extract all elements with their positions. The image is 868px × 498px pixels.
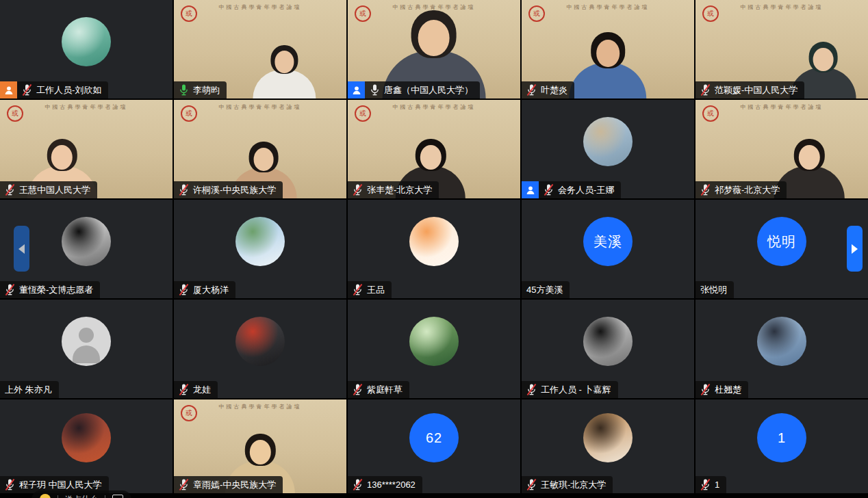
microphone-muted-icon: [5, 183, 15, 196]
participant-tile[interactable]: 会务人员-王娜: [522, 100, 694, 198]
participant-name-label: 紫庭軒草: [348, 381, 409, 398]
participant-tile[interactable]: 美溪45方美溪: [522, 200, 694, 298]
participant-name-text: 王慧中国人民大学: [19, 184, 90, 196]
profile-photo-avatar: [409, 217, 459, 266]
participant-tile[interactable]: 程子玥 中国人民大学: [0, 399, 173, 493]
avatar-initials-text: 1: [778, 430, 786, 446]
name-pill: 唐鑫（中国人民大学）: [365, 81, 480, 99]
participant-tile[interactable]: 悦明张悦明: [695, 200, 868, 298]
previous-page-button[interactable]: [14, 226, 29, 272]
profile-photo-avatar: [235, 317, 285, 366]
participant-name-label: 杜翘楚: [695, 381, 748, 398]
forum-seal-icon: 或: [181, 5, 197, 22]
profile-photo-avatar: [62, 217, 111, 266]
next-page-button[interactable]: [847, 226, 863, 272]
participant-tile[interactable]: 厦大杨洋: [174, 200, 346, 298]
microphone-muted-icon: [353, 383, 363, 396]
forum-seal-icon: 或: [528, 5, 545, 22]
participant-grid: 工作人员-刘欣如中國古典學青年學者論壇或李萌昀中國古典學青年學者論壇或唐鑫（中国…: [0, 0, 868, 493]
chevron-right-icon: [852, 244, 858, 254]
name-pill: 张悦明: [695, 281, 734, 298]
participant-name-text: 程子玥 中国人民大学: [19, 479, 102, 491]
microphone-muted-icon: [22, 83, 32, 96]
participant-tile[interactable]: 上外 朱亦凡: [0, 300, 173, 398]
participant-tile[interactable]: 中國古典學青年學者論壇或王慧中国人民大学: [0, 100, 173, 198]
participant-name-label: 1: [695, 476, 726, 493]
participant-name-text: 董恆榮-文博志愿者: [19, 284, 93, 296]
participant-tile[interactable]: 中國古典學青年學者論壇或张丰楚-北京大学: [348, 100, 520, 198]
gift-bar-label[interactable]: 送点什么: [65, 494, 98, 498]
participant-tile[interactable]: 中國古典學青年學者論壇或唐鑫（中国人民大学）: [348, 0, 520, 99]
participant-name-label: 龙娃: [174, 381, 218, 398]
microphone-muted-icon: [5, 283, 15, 296]
name-pill: 紫庭軒草: [348, 381, 409, 398]
participant-name-text: 工作人员-刘欣如: [36, 84, 101, 96]
profile-photo-avatar: [62, 17, 111, 66]
participant-name-text: 工作人员 - 卜嘉辉: [541, 384, 611, 396]
participant-name-label: 上外 朱亦凡: [0, 381, 59, 398]
avatar-initials-text: 美溪: [593, 233, 622, 251]
participant-name-text: 1: [715, 480, 719, 490]
name-pill: 叶楚炎: [522, 81, 574, 99]
participant-name-text: 唐鑫（中国人民大学）: [384, 84, 473, 96]
participant-name-text: 45方美溪: [526, 284, 563, 296]
microphone-muted-icon: [700, 383, 711, 396]
participant-tile[interactable]: 工作人员-刘欣如: [0, 0, 173, 99]
name-pill: 工作人员 - 卜嘉辉: [522, 381, 618, 398]
name-pill: 王敏琪-北京大学: [522, 476, 613, 493]
forum-seal-icon: 或: [355, 5, 371, 22]
microphone-muted-icon: [179, 383, 189, 396]
participant-name-text: 136****2062: [367, 480, 416, 490]
backdrop-banner-text: 中國古典學青年學者論壇: [219, 403, 302, 410]
forum-seal-icon: 或: [181, 105, 197, 122]
participant-name-text: 叶楚炎: [541, 84, 567, 96]
participant-name-label: 王慧中国人民大学: [0, 181, 97, 198]
microphone-muted-icon: [526, 383, 537, 396]
gift-reaction-bar[interactable]: 送点什么: [31, 490, 131, 498]
initials-avatar: 悦明: [757, 217, 806, 266]
participant-name-label: 叶楚炎: [522, 81, 574, 99]
participant-name-text: 上外 朱亦凡: [5, 384, 52, 396]
participant-tile[interactable]: 中國古典學青年學者論壇或范颖媛-中国人民大学: [695, 0, 868, 99]
participant-name-text: 杜翘楚: [715, 384, 741, 396]
avatar-initials-text: 悦明: [767, 233, 796, 251]
microphone-active-icon: [179, 83, 189, 96]
participant-tile[interactable]: 紫庭軒草: [348, 300, 520, 398]
microphone-muted-icon: [526, 83, 537, 96]
gift-icon[interactable]: [112, 495, 123, 498]
name-pill: 祁梦薇-北京大学: [695, 181, 787, 198]
participant-tile[interactable]: 王敏琪-北京大学: [522, 399, 694, 493]
participant-name-text: 紫庭軒草: [367, 384, 403, 396]
name-pill: 工作人员-刘欣如: [17, 81, 108, 99]
participant-tile[interactable]: 杜翘楚: [695, 300, 868, 398]
participant-tile[interactable]: 工作人员 - 卜嘉辉: [522, 300, 694, 398]
microphone-icon: [370, 83, 380, 96]
participant-name-label: 厦大杨洋: [174, 281, 235, 298]
participant-tile[interactable]: 王品: [348, 200, 520, 298]
participant-tile[interactable]: 62136****2062: [348, 399, 520, 493]
participant-name-text: 李萌昀: [193, 84, 220, 96]
participant-tile[interactable]: 中國古典學青年學者論壇或祁梦薇-北京大学: [695, 100, 868, 198]
participant-tile[interactable]: 龙娃: [174, 300, 346, 398]
divider: [105, 495, 105, 498]
participant-name-label: 王品: [348, 281, 392, 298]
participant-tile[interactable]: 中國古典學青年學者論壇或许桐溪-中央民族大学: [174, 100, 346, 198]
emoji-icon[interactable]: [40, 494, 51, 498]
backdrop-banner-text: 中國古典學青年學者論壇: [219, 103, 302, 111]
name-pill: 张丰楚-北京大学: [348, 181, 439, 198]
divider: [58, 495, 58, 498]
participant-tile[interactable]: 中國古典學青年學者論壇或叶楚炎: [522, 0, 694, 99]
microphone-muted-icon: [179, 478, 189, 491]
initials-avatar: 62: [409, 413, 459, 462]
microphone-muted-icon: [353, 478, 363, 491]
participant-tile[interactable]: 中國古典學青年學者論壇或章雨嫣-中央民族大学: [174, 399, 346, 493]
participant-tile[interactable]: 中國古典學青年學者論壇或李萌昀: [174, 0, 346, 99]
forum-seal-icon: 或: [7, 105, 23, 122]
microphone-muted-icon: [700, 478, 711, 491]
participant-tile[interactable]: 11: [695, 399, 868, 493]
participant-name-label: 祁梦薇-北京大学: [695, 181, 787, 198]
participant-name-label: 工作人员-刘欣如: [0, 81, 108, 99]
participant-name-text: 张悦明: [700, 284, 727, 296]
participant-name-text: 范颖媛-中国人民大学: [715, 84, 797, 96]
person-silhouette-icon: [79, 328, 94, 343]
